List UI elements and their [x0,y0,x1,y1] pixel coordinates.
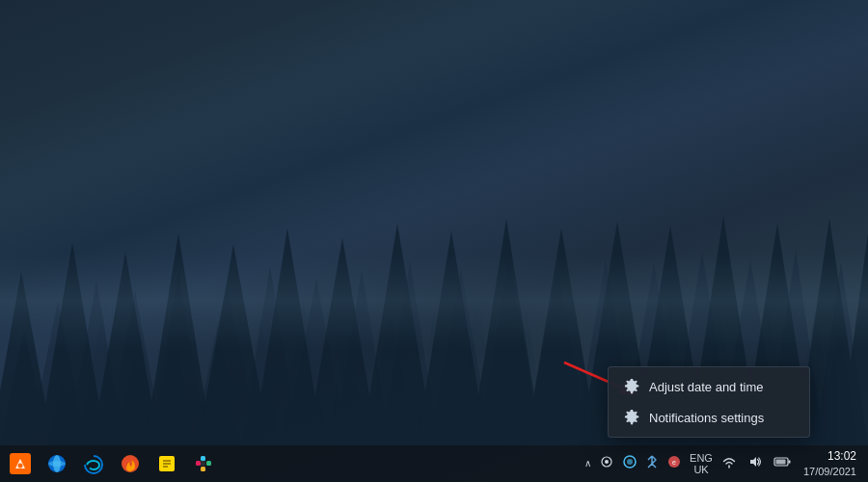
tray-icon-bluetooth[interactable] [643,453,661,473]
taskbar-icon-edge[interactable] [77,447,110,480]
tray-icon-battery[interactable] [771,453,794,473]
svg-rect-72 [201,461,205,466]
taskbar-system-tray: ∧ [584,447,868,480]
gear-icon [624,379,639,394]
lang-region: UK [693,464,708,475]
taskbar: ∧ [0,445,868,482]
tray-icon-wifi[interactable] [719,453,740,473]
svg-point-74 [605,460,609,464]
svg-rect-69 [201,456,205,461]
svg-rect-71 [201,467,205,471]
tray-icons: e [597,453,684,473]
tray-icon-network[interactable] [597,453,616,473]
desktop: Adjust date and time Notifications setti… [0,0,868,482]
clock[interactable]: 13:02 17/09/2021 [800,447,860,480]
taskbar-icon-firefox[interactable] [114,447,147,480]
svg-point-59 [18,464,23,469]
context-menu-item-adjust-date[interactable]: Adjust date and time [609,371,809,402]
taskbar-icon-fl-studio[interactable] [4,447,37,480]
tray-icon-app1[interactable] [620,453,639,473]
gear-icon-2 [624,410,639,425]
taskbar-icon-notes[interactable] [150,447,183,480]
clock-time: 13:02 [827,449,856,465]
tray-icon-app2[interactable]: e [665,453,684,473]
clock-date: 17/09/2021 [803,465,856,478]
svg-rect-70 [206,461,211,466]
svg-marker-79 [750,457,756,467]
lang-code: ENG [690,452,713,464]
svg-point-76 [627,459,633,465]
taskbar-app-icons [0,447,584,480]
language-indicator[interactable]: ENG UK [690,452,713,475]
context-menu: Adjust date and time Notifications setti… [608,366,810,438]
taskbar-icon-slack[interactable] [187,447,220,480]
svg-point-62 [48,461,66,467]
svg-text:e: e [672,459,676,466]
tray-icon-sound[interactable] [746,453,765,473]
adjust-date-time-label: Adjust date and time [649,380,764,394]
svg-rect-82 [788,461,790,464]
svg-rect-68 [196,461,201,466]
svg-rect-81 [775,460,785,465]
tray-chevron-button[interactable]: ∧ [584,458,591,469]
svg-rect-55 [0,253,868,349]
context-menu-item-notifications[interactable]: Notifications settings [609,402,809,433]
taskbar-icon-browser1[interactable] [41,447,73,480]
notifications-settings-label: Notifications settings [649,411,764,425]
